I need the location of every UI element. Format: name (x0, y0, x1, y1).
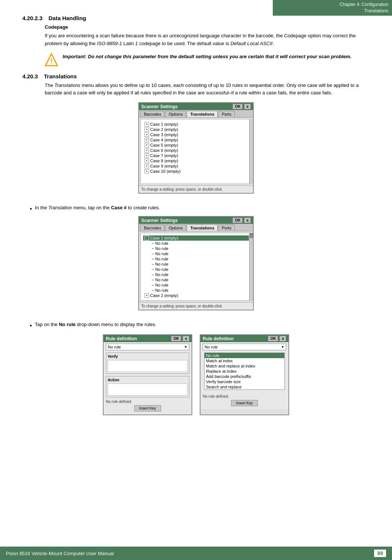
tree-norule-2[interactable]: − No rule (143, 246, 249, 251)
verify-content-left (108, 360, 187, 372)
tree-norule-4[interactable]: − No rule (143, 256, 249, 262)
dropdown-arrow-right: ▼ (281, 345, 284, 349)
warning-text: Important: Do not change this parameter … (63, 53, 351, 60)
section-4203-row: 4.20.3 Translations (22, 73, 370, 79)
bullet-text-2: Tap on the No rule drop-down menu to dis… (35, 322, 157, 327)
dropdown-list-right: No rule Match at index Match and replace… (204, 353, 285, 390)
tree-case1[interactable]: + Case 1 (empty) (143, 122, 249, 127)
scanner-title-2: Scanner Settings (141, 218, 178, 223)
tree-case7[interactable]: + Case 7 (empty) (143, 153, 249, 158)
tab-options-1[interactable]: Options (165, 111, 186, 117)
scanner-footer-1: To change a setting: press space, or dou… (139, 185, 253, 193)
rule-titlebar-right: Rule definition OK x (200, 335, 288, 342)
tab-barcodes-1[interactable]: Barcodes (140, 111, 164, 117)
scanner-titlebar-1: Scanner Settings OK x (139, 103, 253, 110)
tree-case10[interactable]: + Case 10 (empty) (143, 169, 249, 174)
expand-case7: + (145, 153, 149, 158)
rule-dropdown-value-right: No rule (205, 345, 218, 349)
tree-norule-10[interactable]: − No rule (143, 288, 249, 293)
tree-norule-3[interactable]: − No rule (143, 251, 249, 256)
tab-options-2[interactable]: Options (165, 225, 186, 231)
dropdown-item-search-replace[interactable]: Search and replace (205, 384, 284, 390)
footer-manual-title: Psion 8516 Vehicle-Mount Computer User M… (6, 551, 114, 556)
insert-key-btn-left[interactable]: Insert Key (134, 405, 161, 412)
rule-ok-btn-left[interactable]: OK (171, 336, 181, 341)
tab-ports-2[interactable]: Ports (218, 225, 235, 231)
tree-case6[interactable]: + Case 6 (empty) (143, 148, 249, 153)
section-4203-title: Translations (44, 73, 77, 79)
rule-close-btn-right[interactable]: x (279, 336, 286, 341)
tree-case3[interactable]: + Case 3 (empty) (143, 132, 249, 137)
expand-case4: + (145, 138, 149, 142)
section-420-3-number: 4.20.2.3 (22, 15, 42, 21)
bullet-item-2: • Tap on the No rule drop-down menu to d… (30, 322, 370, 329)
tree-case8[interactable]: + Case 8 (empty) (143, 158, 249, 163)
dropdown-item-verify-size[interactable]: Verify barcode size (205, 379, 284, 384)
tree-norule-6[interactable]: − No rule (143, 267, 249, 272)
dropdown-item-match-at-index[interactable]: Match at index (205, 358, 284, 363)
expand-case1: + (145, 122, 149, 126)
rule-dropdown-right[interactable]: No rule ▼ (203, 344, 286, 350)
tab-translations-2[interactable]: Translations (187, 225, 218, 231)
rule-title-left: Rule definition (106, 336, 137, 341)
scanner-tabs-2: Barcodes Options Translations Ports (139, 224, 253, 231)
tree-norule-8[interactable]: − No rule (143, 277, 249, 282)
scanner-window-1-container: Scanner Settings OK x Barcodes Options T… (22, 102, 370, 200)
tree-norule-5[interactable]: − No rule (143, 262, 249, 267)
tree-case9[interactable]: + Case 9 (empty) (143, 163, 249, 169)
scrollbar-2[interactable] (249, 233, 253, 301)
titlebar-btns-2: OK x (233, 218, 251, 223)
ok-btn-1[interactable]: OK (233, 104, 243, 109)
section-420-3-title: Data Handling (48, 15, 86, 21)
header-line2: Translations (276, 8, 388, 14)
close-btn-1[interactable]: x (244, 104, 251, 109)
section-4203-number: 4.20.3 (22, 73, 38, 79)
tree-norule-7[interactable]: − No rule (143, 272, 249, 277)
tree-case5[interactable]: + Case 5 (empty) (143, 143, 249, 148)
dropdown-item-match-replace-index[interactable]: Match and replace at index (205, 363, 284, 369)
expand-case6: + (145, 148, 149, 153)
dropdown-item-add-prefix-suffix[interactable]: Add barcode prefix/suffix (205, 374, 284, 379)
rule-close-btn-left[interactable]: x (183, 336, 189, 341)
ok-btn-2[interactable]: OK (233, 218, 243, 223)
tree-case2[interactable]: + Case 2 (empty) (143, 127, 249, 132)
tab-barcodes-2[interactable]: Barcodes (140, 225, 164, 231)
warning-box: ! Important: Do not change this paramete… (45, 53, 370, 66)
tab-translations-1[interactable]: Translations (187, 111, 218, 117)
expand-case1-2: − (145, 236, 149, 240)
header-line1: Chapter 4: Configuration (276, 1, 388, 8)
expand-case8: + (145, 159, 149, 163)
rule-dropdown-left[interactable]: No rule ▼ (106, 344, 189, 350)
rule-ok-btn-right[interactable]: OK (268, 336, 278, 341)
tab-ports-1[interactable]: Ports (218, 111, 235, 117)
footer-bar: Psion 8516 Vehicle-Mount Computer User M… (0, 547, 392, 560)
rule-window-left: Rule definition OK x No rule ▼ Verify Ac… (103, 334, 192, 415)
chapter-header: Chapter 4: Configuration Translations (273, 0, 392, 16)
rule-titlebar-left: Rule definition OK x (104, 335, 192, 342)
verify-label-left: Verify (108, 354, 187, 359)
tree-case2-2[interactable]: + Case 2 (empty) (143, 293, 249, 298)
dropdown-item-replace-index[interactable]: Replace at index (205, 369, 284, 374)
bullet-text-1: In the Translation menu, tap on the Case… (35, 205, 160, 210)
dropdown-item-no-rule[interactable]: No rule (205, 353, 284, 358)
rule-status-left: No rule defined. (106, 400, 189, 404)
scrollbar-1[interactable] (249, 119, 253, 184)
tree-norule-9[interactable]: − No rule (143, 282, 249, 288)
close-btn-2[interactable]: x (244, 218, 251, 223)
rule-titlebar-btns-right: OK x (268, 336, 286, 341)
insert-key-btn-right[interactable]: Insert Key (231, 400, 257, 406)
tree-case4[interactable]: + Case 4 (empty) (143, 137, 249, 143)
translations-para: The Translations menu allows you to defi… (45, 82, 370, 97)
scanner-body-area-2: − Case 1 (empty) − No rule − No rule − N… (139, 233, 253, 301)
tree-norule-1[interactable]: − No rule (143, 241, 249, 246)
titlebar-btns-1: OK x (233, 104, 251, 109)
rule-title-right: Rule definition (203, 336, 234, 341)
expand-case3: + (145, 132, 149, 137)
scanner-window-2: Scanner Settings OK x Barcodes Options T… (138, 216, 254, 310)
rule-titlebar-btns-left: OK x (171, 336, 189, 341)
codepage-para: If you are encountering a scan failure b… (45, 32, 370, 48)
expand-case2-2: + (145, 293, 149, 298)
rule-dropdown-value-left: No rule (108, 345, 121, 349)
scanner-tree-1: + Case 1 (empty) + Case 2 (empty) + Case… (140, 119, 252, 184)
tree-case1-expanded[interactable]: − Case 1 (empty) (143, 235, 249, 241)
